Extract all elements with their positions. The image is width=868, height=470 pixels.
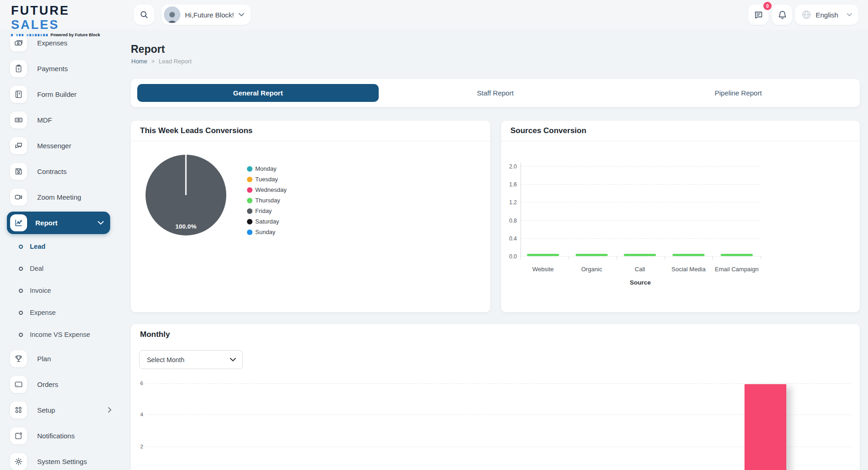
bar-email-campaign	[721, 254, 753, 256]
sidebar-item-plan[interactable]: Plan	[0, 346, 122, 371]
x-tick-organic: Organic	[564, 266, 619, 273]
sidebar-subitem-invoice[interactable]: Invoice	[0, 280, 122, 302]
y-tick: 0.0	[502, 253, 517, 260]
messages-badge: 0	[763, 2, 772, 10]
y-axis-line	[521, 163, 521, 259]
breadcrumb-separator: >	[151, 58, 155, 65]
legend-dot-monday	[247, 166, 252, 172]
notification-icon	[14, 431, 23, 440]
legend-dot-wednesday	[247, 187, 252, 193]
bullet-icon	[19, 245, 23, 249]
logo-word-future: FUTURE	[11, 4, 70, 17]
legend-item: Monday	[247, 163, 286, 174]
bar-social-media	[672, 254, 705, 256]
tab-general-report[interactable]: General Report	[131, 79, 374, 107]
grid-icon	[14, 406, 23, 414]
legend-item: Tuesday	[247, 174, 286, 185]
svg-text:$: $	[18, 67, 20, 71]
bar-organic	[576, 254, 608, 256]
app-logo[interactable]: FUTURE SALES Powered by Future Block	[11, 4, 112, 37]
sidebar-subitem-lead[interactable]: Lead	[0, 235, 122, 257]
y-tick: 6	[136, 380, 143, 386]
y-tick: 1.6	[502, 181, 517, 188]
globe-icon	[801, 10, 812, 20]
tab-pipeline-report[interactable]: Pipeline Report	[617, 79, 860, 107]
chat-icon	[14, 141, 23, 150]
chevron-right-icon	[108, 407, 112, 413]
sidebar-item-zoom-meeting[interactable]: Zoom Meeting	[0, 184, 122, 210]
gear-icon	[14, 457, 23, 466]
bar-call	[624, 254, 656, 256]
sidebar-item-form-builder[interactable]: Form Builder	[0, 81, 122, 107]
bullet-icon	[19, 289, 23, 293]
leads-conversions-card: This Week Leads Conversions 100.0% Monda…	[131, 121, 490, 312]
messages-button[interactable]: 0	[748, 5, 768, 25]
breadcrumb-home-link[interactable]: Home	[131, 58, 147, 65]
y-tick: 1.2	[502, 199, 517, 206]
sidebar-item-mdf[interactable]: MDF	[0, 107, 122, 133]
y-tick: 2.0	[502, 163, 517, 170]
bullet-icon	[19, 267, 23, 271]
clipboard-dollar-icon: $	[14, 64, 23, 73]
sidebar-item-notifications[interactable]: Notifications	[0, 423, 122, 448]
bell-icon	[778, 10, 787, 20]
legend-item: Wednesday	[247, 185, 286, 195]
bullet-icon	[19, 333, 23, 337]
page-title: Report	[131, 43, 165, 56]
leads-pie-chart: 100.0%	[142, 151, 230, 239]
y-tick: 0.8	[502, 218, 517, 224]
legend-dot-saturday	[247, 219, 252, 224]
card-title: Sources Conversion	[510, 126, 586, 135]
bullet-icon	[19, 311, 23, 315]
x-tick-website: Website	[515, 266, 571, 273]
user-greeting: Hi,Future Block!	[185, 11, 234, 19]
card-title: Monthly	[140, 330, 170, 339]
legend-item: Saturday	[247, 216, 286, 227]
tab-staff-report[interactable]: Staff Report	[374, 79, 616, 107]
save-icon	[14, 167, 23, 176]
legend-dot-sunday	[247, 229, 252, 235]
sources-conversion-card: Sources Conversion 2.0 1.6 1.2 0.8 0.4 0…	[501, 121, 860, 312]
chevron-down-icon	[230, 358, 236, 362]
y-tick: 0.4	[502, 235, 517, 242]
sidebar-subitem-expense[interactable]: Expense	[0, 302, 122, 324]
chart-icon	[14, 218, 23, 227]
monthly-bar-value-6	[745, 384, 786, 470]
language-label: English	[816, 11, 843, 19]
select-month-value: Select Month	[147, 356, 230, 364]
notifications-button[interactable]	[772, 5, 792, 25]
credit-card-icon	[14, 380, 23, 389]
x-tick-email-campaign: Email Campaign	[709, 266, 764, 273]
legend-dot-friday	[247, 208, 252, 214]
sidebar-item-messenger[interactable]: Messenger	[0, 133, 122, 158]
sidebar-item-system-settings[interactable]: System Settings	[0, 448, 122, 470]
legend-dot-tuesday	[247, 177, 252, 182]
cash-card-icon	[14, 116, 23, 124]
pie-data-label: 100.0%	[175, 223, 196, 230]
banknote-icon	[14, 39, 23, 47]
sidebar-item-orders[interactable]: Orders	[0, 371, 122, 397]
sidebar-item-contracts[interactable]: Contracts	[0, 158, 122, 184]
bar-website	[527, 254, 559, 256]
sidebar-item-report[interactable]: Report	[0, 210, 122, 235]
logo-word-sales: SALES	[11, 18, 59, 32]
select-month-dropdown[interactable]: Select Month	[139, 350, 243, 369]
breadcrumb-current: Lead Report	[159, 58, 192, 65]
legend-dot-thursday	[247, 198, 252, 203]
search-button[interactable]	[134, 5, 154, 25]
language-selector[interactable]: English	[795, 5, 858, 25]
legend-item: Sunday	[247, 227, 286, 237]
sidebar-subitem-income-vs-expense[interactable]: Income VS Expense	[0, 324, 122, 346]
logo-text: FUTURE SALES	[11, 4, 112, 32]
avatar	[164, 6, 180, 23]
video-camera-icon	[14, 193, 23, 201]
y-tick: 2	[136, 444, 143, 449]
sidebar-item-payments[interactable]: $ Payments	[0, 56, 122, 81]
user-menu[interactable]: Hi,Future Block!	[162, 5, 251, 25]
logo-tagline: Powered by Future Block	[50, 33, 100, 37]
y-tick: 4	[136, 412, 143, 417]
message-icon	[754, 10, 763, 20]
sidebar-subitem-deal[interactable]: Deal	[0, 257, 122, 280]
x-axis-label: Source	[613, 279, 668, 286]
sidebar-item-setup[interactable]: Setup	[0, 397, 122, 423]
